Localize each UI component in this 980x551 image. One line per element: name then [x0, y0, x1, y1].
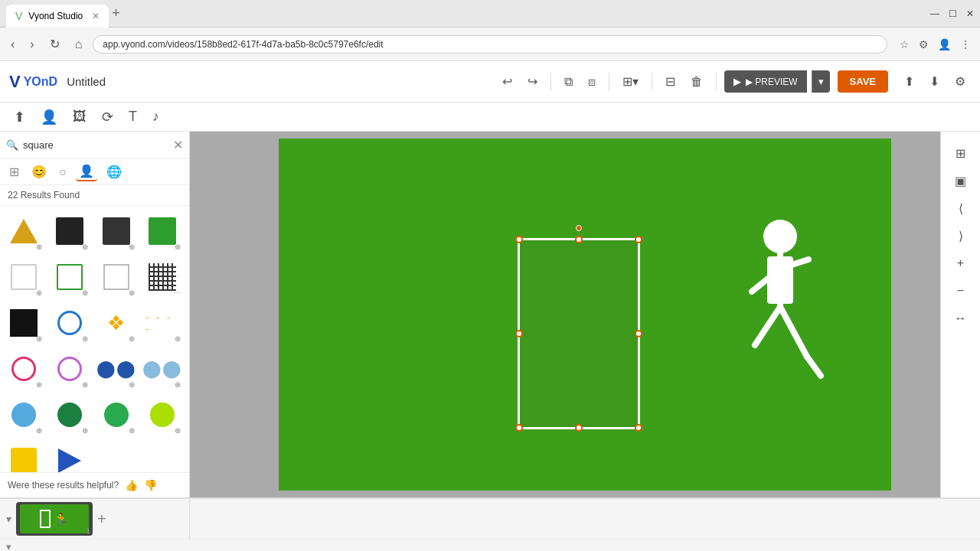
- copy-button[interactable]: ⧉: [559, 72, 578, 92]
- zoom-out-button[interactable]: −: [947, 279, 975, 303]
- delete-button[interactable]: 🗑: [685, 72, 708, 92]
- timeline-frame[interactable]: 🏃 1: [16, 502, 93, 536]
- asset-square-dark[interactable]: ⊕: [49, 209, 90, 253]
- undo-button[interactable]: ↩: [497, 71, 518, 92]
- asset-dots[interactable]: - - - - ⊕: [142, 301, 183, 345]
- asset-black-sq[interactable]: ⊕: [3, 301, 44, 345]
- selected-object[interactable]: [518, 238, 640, 429]
- feedback-bar: Were these results helpful? 👍 👎: [0, 472, 189, 497]
- new-tab-button[interactable]: +: [112, 5, 120, 21]
- rotation-handle[interactable]: [576, 225, 582, 231]
- share-button[interactable]: ⬆: [899, 71, 920, 92]
- minimize-btn[interactable]: —: [930, 8, 939, 19]
- back-button[interactable]: ‹: [6, 34, 19, 54]
- handle-middle-left[interactable]: [515, 330, 523, 337]
- asset-circle-blue[interactable]: ⊕: [49, 301, 90, 345]
- asset-circle-pink[interactable]: ⊕: [3, 347, 44, 391]
- add-icon: ⊕: [36, 426, 42, 435]
- asset-circle-green[interactable]: ⊕: [96, 393, 137, 437]
- close-btn[interactable]: ✕: [966, 8, 974, 19]
- refresh-button[interactable]: ↻: [45, 34, 64, 54]
- fit-view-button[interactable]: ⊞: [947, 141, 975, 165]
- extensions-icon[interactable]: ⚙: [916, 35, 932, 54]
- asset-circle-sky[interactable]: ⊕: [3, 393, 44, 437]
- divider: [550, 73, 551, 91]
- expand-button[interactable]: ↔: [947, 306, 975, 331]
- preview-button[interactable]: ▶ ▶ PREVIEW: [724, 70, 807, 93]
- action-button[interactable]: ⟳: [96, 106, 119, 129]
- divider4: [716, 73, 717, 91]
- bookmark-icon[interactable]: ☆: [897, 35, 913, 54]
- asset-square-green-outline[interactable]: ⊕: [49, 255, 90, 299]
- asset-circle-purple[interactable]: ⊕: [49, 347, 90, 391]
- asset-circle-dkgreen[interactable]: ⊕: [49, 393, 90, 437]
- menu-icon[interactable]: ⋮: [957, 35, 974, 54]
- asset-flowers[interactable]: ❖ ⊕: [96, 301, 137, 345]
- paste-button[interactable]: ⧇: [583, 72, 601, 92]
- home-button[interactable]: ⌂: [70, 34, 87, 54]
- url-bar[interactable]: app.vyond.com/videos/158b8ed2-617f-4d7a-…: [93, 35, 887, 54]
- lock-button[interactable]: ⊟: [660, 71, 681, 92]
- search-input[interactable]: [23, 139, 168, 151]
- document-title[interactable]: Untitled: [67, 75, 488, 88]
- timeline: 00:00 00:02 00:04 00:06 00:08 00:10 00:1…: [0, 497, 980, 551]
- asset-square-dark2[interactable]: ⊕: [96, 209, 137, 253]
- asset-square-outline[interactable]: ⊕: [3, 255, 44, 299]
- asset-triangle[interactable]: ⊕: [3, 209, 44, 253]
- save-button[interactable]: SAVE: [838, 70, 888, 93]
- preview-dropdown-button[interactable]: ▾: [812, 70, 830, 93]
- add-icon: ⊕: [129, 426, 135, 435]
- browser-tab[interactable]: V Vyond Studio ✕: [6, 5, 109, 28]
- handle-top-middle[interactable]: [575, 236, 583, 243]
- maximize-btn[interactable]: ☐: [949, 8, 957, 19]
- settings-button[interactable]: ⚙: [949, 71, 971, 92]
- timeline-tracks[interactable]: [190, 499, 980, 539]
- music-button[interactable]: ♪: [146, 106, 165, 128]
- asset-circle-lime[interactable]: ⊕: [142, 393, 183, 437]
- upload-button[interactable]: ⬆: [8, 106, 31, 129]
- timeline-collapse-button[interactable]: ▾: [6, 541, 11, 551]
- group-button[interactable]: ⊞▾: [617, 71, 644, 92]
- asset-square-yellow[interactable]: ⊕: [3, 439, 44, 472]
- handle-top-right[interactable]: [635, 236, 642, 243]
- address-bar: ‹ › ↻ ⌂ app.vyond.com/videos/158b8ed2-61…: [0, 28, 980, 61]
- grid-button[interactable]: ▣: [947, 168, 975, 193]
- search-clear-button[interactable]: ✕: [173, 138, 183, 152]
- tab-close-btn[interactable]: ✕: [92, 11, 100, 21]
- stick-figure[interactable]: [730, 215, 830, 383]
- handle-middle-right[interactable]: [635, 330, 642, 337]
- add-scene-button[interactable]: +: [97, 510, 106, 528]
- prev-button[interactable]: ⟨: [947, 196, 975, 220]
- handle-bottom-right[interactable]: [635, 424, 642, 432]
- redo-button[interactable]: ↪: [522, 71, 543, 92]
- character-button[interactable]: 👤: [34, 106, 64, 129]
- filter-props[interactable]: ○: [56, 164, 70, 181]
- filter-people[interactable]: 👤: [76, 162, 97, 181]
- forward-button[interactable]: ›: [25, 34, 38, 54]
- asset-dots2[interactable]: ⬤⬤ ⊕: [96, 347, 137, 391]
- asset-square-green[interactable]: ⊕: [142, 209, 183, 253]
- collab-button[interactable]: ⬇: [924, 71, 945, 92]
- divider2: [609, 73, 609, 91]
- thumbs-down-button[interactable]: 👎: [144, 479, 157, 491]
- asset-grid[interactable]: ⋯: [142, 255, 183, 299]
- text-button[interactable]: T: [122, 106, 143, 128]
- filter-characters[interactable]: 😊: [28, 163, 50, 181]
- handle-bottom-middle[interactable]: [575, 424, 583, 432]
- canvas-area[interactable]: ⊞ ▣ ⟨ ⟩ + − ↔: [190, 132, 980, 497]
- profile-icon[interactable]: 👤: [935, 35, 954, 54]
- asset-dots3[interactable]: ⬤⬤ ⊕: [142, 347, 183, 391]
- filter-shapes[interactable]: ⊞: [6, 163, 22, 181]
- thumbs-up-button[interactable]: 👍: [125, 479, 138, 491]
- zoom-in-button[interactable]: +: [947, 251, 975, 276]
- feedback-label: Were these results helpful?: [8, 480, 119, 491]
- handle-bottom-left[interactable]: [515, 424, 523, 432]
- handle-top-left[interactable]: [515, 236, 523, 243]
- timeline-expand-button[interactable]: ▾: [6, 513, 11, 525]
- asset-square-outline2[interactable]: ⊕: [96, 255, 137, 299]
- scene-button[interactable]: 🖼: [67, 106, 93, 128]
- filter-scenes[interactable]: 🌐: [103, 163, 125, 181]
- next-button[interactable]: ⟩: [947, 223, 975, 248]
- add-icon: ⊕: [36, 289, 42, 297]
- asset-arrow-blue[interactable]: ⊕: [49, 439, 90, 472]
